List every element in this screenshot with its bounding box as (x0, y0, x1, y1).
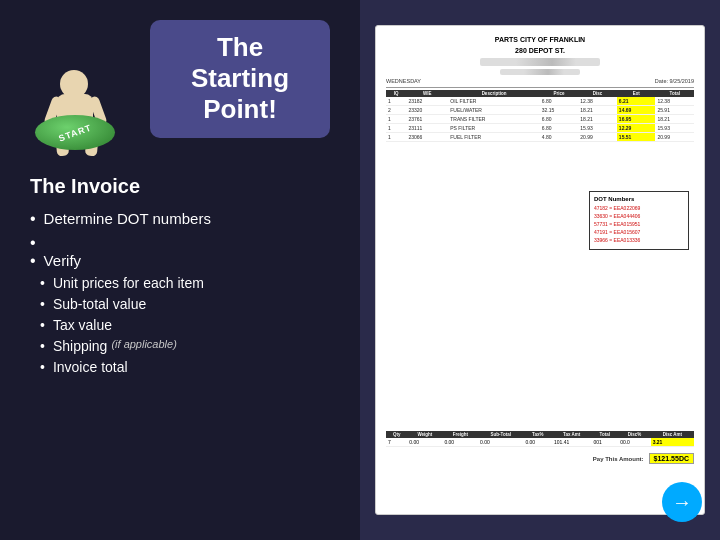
dot-numbers-box: DOT Numbers 47182 = EEA022069 33630 = EE… (589, 191, 689, 250)
bcol-discamt: Disc Amt (651, 431, 694, 438)
bcol-taxamt: Tax Amt (552, 431, 591, 438)
row4-price: 6.80 (540, 124, 579, 133)
bullet-dot-numbers: Determine DOT numbers (30, 210, 330, 228)
next-button[interactable]: → (662, 482, 702, 522)
col-desc: Description (448, 90, 540, 97)
dot-number-5: 33966 = EEA013336 (594, 237, 684, 243)
row1-qty: 1 (386, 97, 406, 106)
row3-desc: TRANS FILTER (448, 115, 540, 124)
row1-desc: OIL FILTER (448, 97, 540, 106)
invoice-company-name: PARTS CITY OF FRANKLIN (386, 36, 694, 43)
row3-code: 23761 (406, 115, 448, 124)
shipping-note: (if applicable) (111, 338, 176, 350)
row4-qty: 1 (386, 124, 406, 133)
row5-ext: 15.51 (617, 133, 656, 142)
brow-subtotal: 0.00 (478, 438, 523, 447)
row1-total: 12.38 (655, 97, 694, 106)
figure-illustration: START (30, 20, 140, 150)
right-panel: PARTS CITY OF FRANKLIN 280 DEPOT ST. WED… (360, 0, 720, 540)
row4-code: 23111 (406, 124, 448, 133)
bcol-freight: Freight (442, 431, 478, 438)
dot-numbers-list: 47182 = EEA022069 33630 = EEA044406 5773… (594, 205, 684, 243)
row5-total: 20.99 (655, 133, 694, 142)
sub-bullet-shipping: Shipping (if applicable) (40, 338, 204, 354)
invoice-divider-1 (386, 87, 694, 88)
bcol-total: Total (591, 431, 618, 438)
row5-disc: 20.99 (578, 133, 617, 142)
invoice-table-header: IQ WIE Description Price Disc Ext Total (386, 90, 694, 97)
row3-price: 6.80 (540, 115, 579, 124)
invoice-bottom-table: Qty Weight Freight Sub-Total Tax% Tax Am… (386, 431, 694, 447)
bottom-table-row: 7 0.00 0.00 0.00 0.00 101.41 001 00.0 3.… (386, 438, 694, 447)
row3-disc: 18.21 (578, 115, 617, 124)
dot-number-1: 47182 = EEA022069 (594, 205, 684, 211)
table-row: 1 23761 TRANS FILTER 6.80 18.21 16.95 18… (386, 115, 694, 124)
row2-desc: FUEL/WATER (448, 106, 540, 115)
row2-total: 25.91 (655, 106, 694, 115)
bcol-disc: Disc% (618, 431, 650, 438)
row5-code: 23066 (406, 133, 448, 142)
sub-bullet-unit-prices-text: Unit prices for each item (53, 275, 204, 291)
table-row: 1 23066 FUEL FILTER 4.80 20.99 15.51 20.… (386, 133, 694, 142)
brow-freight: 0.00 (442, 438, 478, 447)
section-heading: The Invoice (30, 175, 330, 198)
invoice-blurred-logo (480, 58, 600, 66)
dot-number-2: 33630 = EEA044406 (594, 213, 684, 219)
col-total: Total (655, 90, 694, 97)
invoice-document: PARTS CITY OF FRANKLIN 280 DEPOT ST. WED… (375, 25, 705, 515)
button-text: START (57, 122, 93, 143)
row5-desc: FUEL FILTER (448, 133, 540, 142)
row4-ext: 12.29 (617, 124, 656, 133)
table-row: 1 23182 OIL FILTER 6.80 12.38 6.21 12.38 (386, 97, 694, 106)
sub-bullet-invoice-total: Invoice total (40, 359, 204, 375)
slide-title-text: The Starting Point! (191, 32, 289, 126)
bcol-tax: Tax% (523, 431, 552, 438)
bullet-verify: • Verify Unit prices for each item Sub-t… (30, 234, 330, 380)
bullet-verify-text: Verify (44, 252, 82, 269)
main-bullet-list: Determine DOT numbers • Verify Unit pric… (30, 210, 330, 386)
pay-total-amount: $121.55DC (649, 453, 694, 464)
row4-disc: 15.93 (578, 124, 617, 133)
col-qty: IQ (386, 90, 406, 97)
next-arrow-icon: → (672, 492, 692, 512)
row2-price: 32.15 (540, 106, 579, 115)
invoice-date: Date: 9/25/2019 (655, 78, 694, 84)
row1-price: 6.80 (540, 97, 579, 106)
row3-ext: 16.95 (617, 115, 656, 124)
table-row: 2 23320 FUEL/WATER 32.15 18.21 14.69 25.… (386, 106, 694, 115)
col-ext: Ext (617, 90, 656, 97)
sub-bullet-list: Unit prices for each item Sub-total valu… (40, 275, 204, 380)
sub-bullet-shipping-text: Shipping (53, 338, 108, 354)
table-row: 1 23111 PS FILTER 6.80 15.93 12.29 15.93 (386, 124, 694, 133)
row5-price: 4.80 (540, 133, 579, 142)
row4-desc: PS FILTER (448, 124, 540, 133)
row2-ext: 14.69 (617, 106, 656, 115)
col-price: Price (540, 90, 579, 97)
dot-number-4: 47191 = EEA015607 (594, 229, 684, 235)
col-code: WIE (406, 90, 448, 97)
brow-qty: 7 (386, 438, 407, 447)
green-button: START (35, 115, 115, 150)
dot-number-3: 57731 = EEA015951 (594, 221, 684, 227)
row1-ext: 6.21 (617, 97, 656, 106)
pay-total-label: Pay This Amount: (593, 456, 644, 462)
sub-bullet-tax-text: Tax value (53, 317, 112, 333)
bottom-table-header: Qty Weight Freight Sub-Total Tax% Tax Am… (386, 431, 694, 438)
brow-discamt: 3.21 (651, 438, 694, 447)
invoice-total-row: Pay This Amount: $121.55DC (386, 453, 694, 464)
bcol-weight: Weight (407, 431, 442, 438)
brow-taxamt: 101.41 (552, 438, 591, 447)
row2-code: 23320 (406, 106, 448, 115)
sub-bullet-invoice-total-text: Invoice total (53, 359, 128, 375)
bcol-sub: Sub-Total (478, 431, 523, 438)
row1-code: 23182 (406, 97, 448, 106)
row3-total: 18.21 (655, 115, 694, 124)
row5-qty: 1 (386, 133, 406, 142)
brow-taxpct: 0.00 (523, 438, 552, 447)
sub-bullet-tax: Tax value (40, 317, 204, 333)
invoice-day: WEDNESDAY (386, 78, 421, 84)
row1-disc: 12.38 (578, 97, 617, 106)
bcol-qty: Qty (386, 431, 407, 438)
col-disc: Disc (578, 90, 617, 97)
left-panel: START The Starting Point! The Invoice De… (0, 0, 360, 540)
